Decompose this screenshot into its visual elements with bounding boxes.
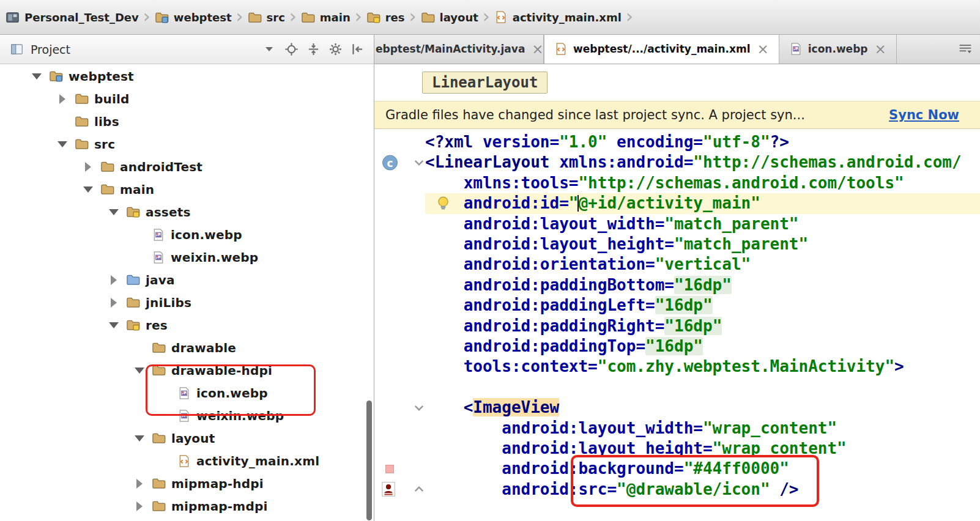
code-line-17[interactable]: android:background="#44ff0000": [374, 459, 980, 479]
tree-expand-arrow-icon[interactable]: [102, 209, 126, 215]
tree-item-activity-main-xml[interactable]: activity_main.xml: [0, 449, 374, 472]
tree-item-layout[interactable]: layout: [0, 427, 374, 449]
folder-icon: [152, 499, 166, 513]
breadcrumb-separator-icon: ›: [409, 6, 417, 27]
tree-expand-arrow-icon[interactable]: [24, 73, 49, 79]
image-file-icon: [789, 42, 803, 56]
code-editor[interactable]: <?xml version="1.0" encoding="utf-8"?>c<…: [374, 129, 980, 521]
code-line-14[interactable]: <ImageView: [374, 397, 980, 418]
tab-close-icon[interactable]: ×: [874, 41, 886, 57]
xml-file-icon: [554, 42, 568, 56]
image-file-icon: [177, 409, 191, 423]
tree-expand-arrow-icon[interactable]: [127, 479, 152, 489]
code-line-4[interactable]: android:id="@+id/activity_main": [374, 193, 980, 213]
folder-icon: [248, 10, 262, 24]
tree-item-label: layout: [171, 431, 215, 446]
tree-expand-arrow-icon[interactable]: [102, 298, 126, 308]
intention-bulb-icon[interactable]: [436, 195, 451, 212]
tree-expand-arrow-icon[interactable]: [102, 275, 126, 285]
tree-expand-arrow-icon[interactable]: [50, 94, 75, 104]
image-file-icon: [152, 228, 165, 242]
tree-expand-arrow-icon[interactable]: [127, 435, 152, 442]
code-line-15[interactable]: android:layout_width="wrap_content": [374, 418, 980, 438]
tab-label: webptest/.../activity_main.xml: [573, 43, 750, 55]
editor-tab-webptest-activity-main-xml[interactable]: webptest/.../activity_main.xml×: [544, 35, 779, 64]
editor-breadcrumb-linearlayout[interactable]: LinearLayout: [422, 72, 548, 94]
hidden-tabs-dropdown-icon[interactable]: [958, 42, 973, 56]
code-line-5[interactable]: android:layout_width="match_parent": [374, 214, 980, 234]
path-item-main[interactable]: main: [298, 10, 354, 24]
tree-expand-arrow-icon[interactable]: [76, 187, 100, 193]
tree-item-label: main: [120, 182, 154, 197]
path-item-label: Personal_Test_Dev: [24, 11, 139, 24]
code-line-8[interactable]: android:paddingBottom="16dp": [374, 275, 980, 295]
sync-now-link[interactable]: Sync Now: [889, 108, 959, 122]
tree-item-label: build: [94, 92, 130, 106]
code-line-6[interactable]: android:layout_height="match_parent": [374, 234, 980, 254]
path-item-label: activity_main.xml: [513, 11, 622, 24]
editor-tab-icon-webp[interactable]: icon.webp×: [779, 35, 897, 64]
project-view-dropdown[interactable]: [261, 42, 277, 57]
tree-item-java[interactable]: java: [0, 268, 374, 291]
tree-expand-arrow-icon[interactable]: [127, 501, 152, 511]
tree-item-label: webptest: [69, 69, 134, 84]
tree-expand-arrow-icon[interactable]: [50, 141, 75, 147]
tree-item-mipmap-hdpi[interactable]: mipmap-hdpi: [0, 472, 374, 495]
tree-item-icon-webp[interactable]: icon.webp: [0, 382, 374, 404]
folder-icon: [152, 431, 166, 445]
code-line-10[interactable]: android:paddingRight="16dp": [374, 316, 980, 336]
path-item-layout[interactable]: layout: [418, 10, 481, 24]
tab-close-icon[interactable]: ×: [532, 41, 543, 57]
tree-item-jnilibs[interactable]: jniLibs: [0, 291, 374, 314]
tree-item-androidtest[interactable]: androidTest: [0, 155, 374, 178]
path-item-res[interactable]: res: [363, 10, 408, 24]
tab-close-icon[interactable]: ×: [757, 41, 768, 57]
tree-item-libs[interactable]: libs: [0, 110, 374, 133]
res-folder-icon: [126, 205, 140, 219]
settings-gear-icon[interactable]: [327, 42, 343, 57]
code-line-9[interactable]: android:paddingLeft="16dp": [374, 295, 980, 316]
code-line-16[interactable]: android:layout_height="wrap_content": [374, 438, 980, 459]
breadcrumb-separator-icon: ›: [289, 6, 297, 27]
scroll-to-source-icon[interactable]: [283, 42, 299, 57]
code-line-7[interactable]: android:orientation="vertical": [374, 254, 980, 275]
tree-item-weixin-webp[interactable]: weixin.webp: [0, 246, 374, 268]
collapse-all-icon[interactable]: [305, 42, 321, 57]
tree-item-icon-webp[interactable]: icon.webp: [0, 223, 374, 246]
path-item-webptest[interactable]: webptest: [152, 10, 235, 24]
tree-expand-arrow-icon[interactable]: [127, 368, 152, 374]
tree-expand-arrow-icon[interactable]: [76, 162, 100, 172]
folder-blue-icon: [126, 273, 140, 287]
tree-item-label: mipmap-hdpi: [171, 476, 264, 491]
tree-item-webptest[interactable]: webptest: [0, 65, 374, 87]
tree-item-weixin-webp[interactable]: weixin.webp: [0, 404, 374, 427]
tree-expand-arrow-icon[interactable]: [102, 322, 126, 328]
code-line-12[interactable]: tools:context="com.zhy.webptest.MainActi…: [374, 357, 980, 377]
code-line-2[interactable]: c<LinearLayout xmlns:android="http://sch…: [374, 152, 980, 172]
tree-item-assets[interactable]: assets: [0, 201, 374, 223]
project-panel-icon: [9, 42, 24, 57]
code-line-18[interactable]: android:src="@drawable/icon" />: [374, 479, 980, 500]
tree-item-label: weixin.webp: [196, 408, 284, 423]
hide-panel-icon[interactable]: [349, 42, 365, 57]
notification-message: Gradle files have changed since last pro…: [385, 108, 805, 122]
tree-item-main[interactable]: main: [0, 178, 374, 201]
path-item-activity-main-xml[interactable]: activity_main.xml: [491, 10, 625, 24]
tree-item-res[interactable]: res: [0, 314, 374, 336]
folder-icon: [152, 363, 166, 377]
code-line-3[interactable]: xmlns:tools="http://schemas.android.com/…: [374, 173, 980, 193]
tree-item-drawable-hdpi[interactable]: drawable-hdpi: [0, 359, 374, 382]
project-scrollbar-thumb[interactable]: [366, 401, 372, 520]
code-line-1[interactable]: <?xml version="1.0" encoding="utf-8"?>: [374, 132, 980, 152]
tree-item-drawable[interactable]: drawable: [0, 336, 374, 359]
code-line-11[interactable]: android:paddingTop="16dp": [374, 336, 980, 357]
tree-item-build[interactable]: build: [0, 87, 374, 110]
path-item-personal-test-dev[interactable]: Personal_Test_Dev: [2, 10, 142, 24]
editor-tab-ebptest-mainactivity-java[interactable]: ebptest/MainActivity.java×: [374, 35, 544, 64]
code-line-13[interactable]: [374, 377, 980, 397]
tab-label: icon.webp: [808, 43, 868, 55]
tree-item-src[interactable]: src: [0, 133, 374, 155]
path-item-src[interactable]: src: [245, 10, 288, 24]
tree-item-mipmap-mdpi[interactable]: mipmap-mdpi: [0, 495, 374, 517]
project-tool-window: Project webptestbuildlibssrcandroidTestm…: [0, 35, 374, 521]
